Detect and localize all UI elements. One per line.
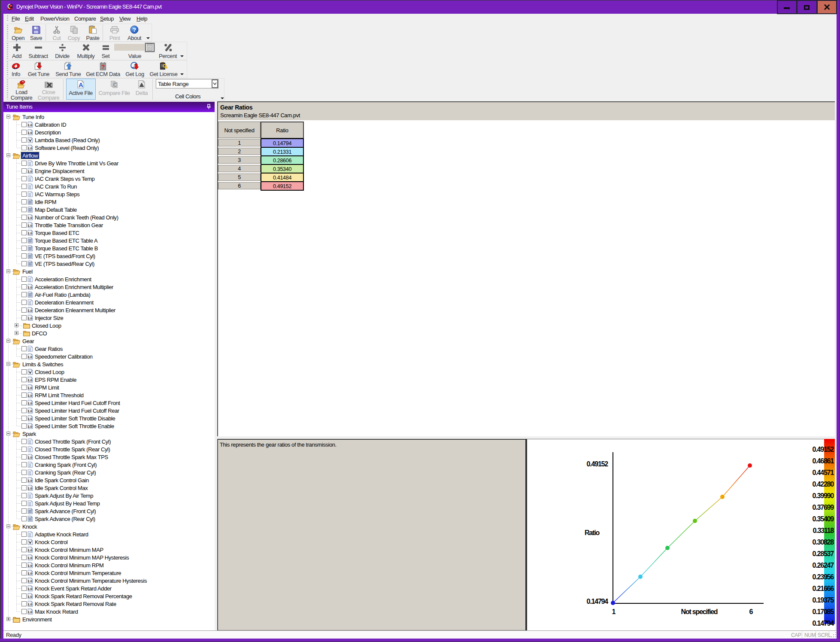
svg-text:Ratio: Ratio (585, 529, 600, 536)
svg-text:?: ? (133, 27, 136, 33)
svg-text:1.0: 1.0 (28, 224, 32, 228)
svg-text:Not specified: Not specified (681, 608, 718, 615)
svg-text:1.0: 1.0 (28, 146, 32, 150)
svg-text:1.0: 1.0 (28, 479, 32, 483)
svg-text:A: A (79, 81, 83, 88)
svg-text:1.0: 1.0 (28, 602, 32, 606)
svg-text:?: ? (101, 64, 105, 70)
svg-text:1.0: 1.0 (28, 595, 32, 599)
svg-text:1.0: 1.0 (28, 316, 32, 320)
svg-text:1.0: 1.0 (28, 286, 32, 289)
svg-text:6: 6 (749, 608, 753, 615)
svg-text:1.0: 1.0 (28, 131, 32, 135)
svg-text:1.0: 1.0 (28, 417, 32, 421)
svg-text:1.0: 1.0 (28, 456, 32, 459)
svg-text:1.0: 1.0 (28, 548, 32, 552)
svg-text:1.0: 1.0 (28, 425, 32, 429)
svg-text:C: C (113, 82, 117, 88)
svg-text:1.0: 1.0 (28, 579, 32, 583)
svg-text:1.0: 1.0 (28, 556, 32, 560)
svg-text:1.0: 1.0 (28, 409, 32, 413)
svg-text:1.0: 1.0 (28, 402, 32, 405)
svg-text:1.0: 1.0 (28, 564, 32, 568)
svg-text:1.0: 1.0 (28, 386, 32, 390)
svg-text:1.0: 1.0 (28, 123, 32, 127)
svg-text:1.0: 1.0 (28, 231, 32, 235)
svg-text:1.0: 1.0 (28, 216, 32, 220)
svg-text:1.0: 1.0 (28, 587, 32, 591)
svg-text:0.49152: 0.49152 (587, 460, 609, 468)
svg-text:1.0: 1.0 (28, 572, 32, 575)
svg-text:1.0: 1.0 (28, 610, 32, 614)
svg-text:1: 1 (612, 608, 616, 615)
svg-text:0.14794: 0.14794 (587, 598, 609, 605)
svg-text:1.0: 1.0 (28, 394, 32, 398)
svg-text:1.0: 1.0 (28, 309, 32, 313)
svg-text:1.0: 1.0 (28, 487, 32, 490)
svg-text:1.0: 1.0 (28, 170, 32, 173)
svg-text:1.0: 1.0 (28, 355, 32, 359)
svg-text:1.0: 1.0 (28, 378, 32, 382)
